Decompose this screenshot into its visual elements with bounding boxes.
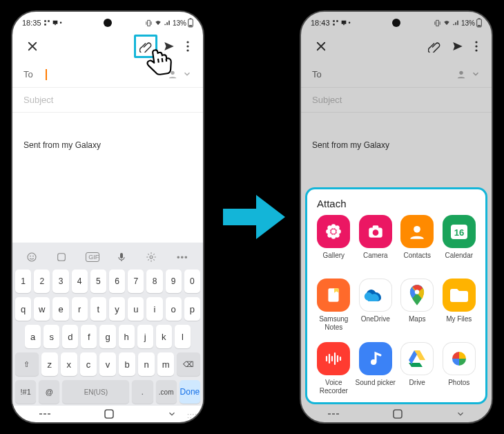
nav-recents-icon[interactable]: [327, 410, 340, 418]
contact-picker-icon[interactable]: [456, 69, 467, 80]
send-icon[interactable]: [446, 35, 469, 58]
compose-app-bar: [301, 31, 492, 62]
subject-placeholder: Subject: [23, 95, 53, 105]
key-3[interactable]: 3: [52, 270, 68, 293]
key-u[interactable]: u: [128, 297, 144, 321]
key-r[interactable]: r: [72, 297, 88, 321]
close-icon[interactable]: [21, 35, 44, 58]
close-icon[interactable]: [309, 35, 333, 58]
attach-option-gallery[interactable]: Gallery: [313, 215, 355, 274]
svg-point-4: [186, 45, 188, 47]
on-screen-keyboard[interactable]: GIF ••• 1234567890 qwertyuiop asdfghjkl …: [12, 243, 203, 406]
note-icon: [317, 279, 350, 312]
attach-option-onedrive[interactable]: OneDrive: [355, 279, 397, 338]
key-g[interactable]: g: [99, 325, 115, 348]
attach-option-sound-picker[interactable]: Sound picker: [355, 342, 397, 402]
key-symbols[interactable]: !#1: [15, 380, 36, 404]
key-l[interactable]: l: [175, 325, 191, 348]
subject-field[interactable]: Subject: [12, 88, 203, 113]
key-7[interactable]: 7: [128, 270, 144, 293]
key-9[interactable]: 9: [166, 270, 182, 293]
voice-input-icon[interactable]: [116, 252, 130, 263]
nav-home-icon[interactable]: [392, 408, 403, 419]
nav-back-icon[interactable]: [167, 409, 177, 419]
key-6[interactable]: 6: [109, 270, 125, 293]
keyboard-row-bottom: !#1 @ EN(US) . .com Done: [12, 378, 203, 406]
key-at[interactable]: @: [39, 380, 59, 404]
status-vibrate-icon: [434, 19, 441, 27]
key-h[interactable]: h: [119, 325, 135, 348]
key-1[interactable]: 1: [15, 270, 31, 293]
key-done[interactable]: Done: [180, 380, 200, 404]
email-body[interactable]: Sent from my Galaxy: [301, 113, 492, 157]
attach-option-contacts[interactable]: Contacts: [396, 215, 438, 274]
to-field-row[interactable]: To: [301, 62, 492, 88]
nav-recents-icon[interactable]: [39, 410, 51, 418]
expand-recipients-icon[interactable]: [182, 69, 192, 80]
key-8[interactable]: 8: [146, 270, 162, 293]
attach-icon[interactable]: [423, 35, 446, 58]
key-v[interactable]: v: [99, 352, 116, 376]
nav-back-icon[interactable]: [456, 409, 465, 419]
emoji-icon[interactable]: [26, 252, 40, 263]
key-e[interactable]: e: [52, 297, 68, 321]
svg-point-12: [150, 256, 153, 258]
key-0[interactable]: 0: [184, 270, 200, 293]
key-b[interactable]: b: [119, 352, 135, 376]
email-signature: Sent from my Galaxy: [23, 140, 101, 150]
key-s[interactable]: s: [43, 325, 59, 348]
nav-home-icon[interactable]: [104, 408, 115, 419]
key-spacebar[interactable]: EN(US): [62, 380, 129, 404]
keyboard-switcher-icon[interactable]: ::::: [187, 412, 197, 419]
key-y[interactable]: y: [109, 297, 125, 321]
keyboard-more-icon[interactable]: •••: [175, 252, 189, 263]
keyboard-settings-icon[interactable]: [146, 252, 159, 263]
key-4[interactable]: 4: [72, 270, 88, 293]
key-p[interactable]: p: [184, 297, 200, 321]
status-signal-icon: [452, 19, 460, 26]
svg-rect-13: [105, 410, 113, 418]
to-label: To: [312, 69, 331, 79]
key-2[interactable]: 2: [34, 270, 50, 293]
key-q[interactable]: q: [15, 297, 31, 321]
attach-option-calendar[interactable]: 16Calendar: [438, 215, 481, 274]
key-dotcom[interactable]: .com: [156, 380, 177, 404]
key-w[interactable]: w: [34, 297, 50, 321]
attach-option-maps[interactable]: Maps: [396, 279, 438, 338]
key-a[interactable]: a: [25, 325, 41, 348]
key-t[interactable]: t: [90, 297, 106, 321]
more-icon[interactable]: [181, 35, 195, 58]
key-i[interactable]: i: [146, 297, 162, 321]
key-x[interactable]: x: [61, 352, 77, 376]
status-signal-icon: [164, 19, 171, 26]
subject-field[interactable]: Subject: [301, 88, 492, 113]
attach-option-drive[interactable]: Drive: [396, 342, 438, 402]
attach-option-my-files[interactable]: My Files: [438, 279, 481, 338]
svg-rect-1: [190, 18, 192, 19]
attach-option-camera[interactable]: Camera: [355, 215, 397, 274]
email-body[interactable]: Sent from my Galaxy: [12, 113, 203, 157]
key-c[interactable]: c: [80, 352, 97, 376]
sticker-icon[interactable]: [56, 252, 70, 263]
attach-option-voice-recorder[interactable]: Voice Recorder: [313, 342, 355, 402]
key-j[interactable]: j: [137, 325, 153, 348]
key-5[interactable]: 5: [90, 270, 106, 293]
key-z[interactable]: z: [41, 352, 58, 376]
key-f[interactable]: f: [81, 325, 97, 348]
key-d[interactable]: d: [62, 325, 78, 348]
expand-recipients-icon[interactable]: [471, 69, 481, 80]
attach-option-label: Samsung Notes: [313, 315, 355, 331]
key-o[interactable]: o: [166, 297, 182, 321]
key-shift[interactable]: ⇧: [15, 352, 39, 376]
more-icon[interactable]: [469, 35, 483, 58]
key-period[interactable]: .: [132, 380, 153, 404]
key-n[interactable]: n: [138, 352, 155, 376]
key-m[interactable]: m: [157, 352, 174, 376]
key-k[interactable]: k: [156, 325, 172, 348]
attach-option-samsung-notes[interactable]: Samsung Notes: [313, 279, 355, 338]
attach-option-photos[interactable]: Photos: [438, 342, 481, 402]
gif-icon[interactable]: GIF: [86, 252, 99, 262]
tap-gesture-icon: [142, 44, 177, 79]
key-backspace[interactable]: ⌫: [177, 352, 200, 376]
gphotos-icon: [443, 342, 476, 375]
